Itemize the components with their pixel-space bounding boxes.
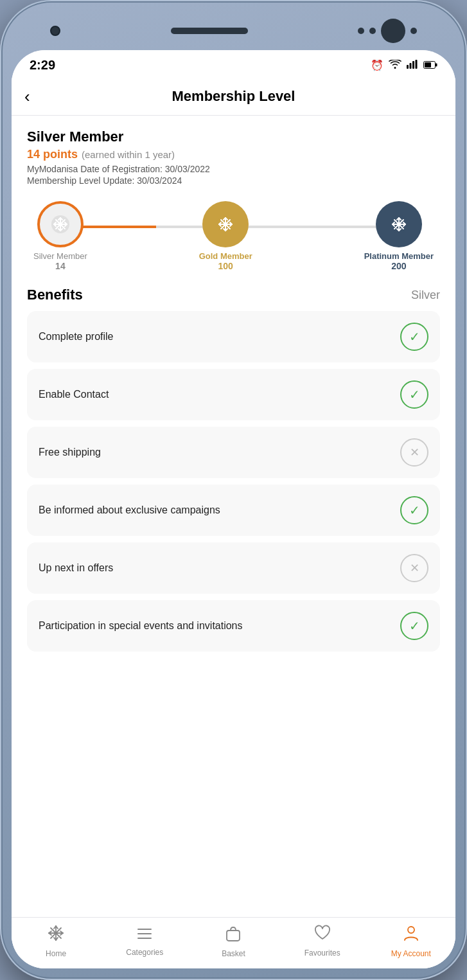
benefit-special-events: Participation in special events and invi… <box>27 600 440 652</box>
benefits-title: Benefits <box>27 287 83 303</box>
wifi-icon <box>389 60 401 71</box>
my-account-icon <box>403 924 419 947</box>
svg-rect-65 <box>227 931 240 941</box>
favourites-icon <box>313 925 331 946</box>
status-bar: 2:29 ⏰ <box>12 50 455 78</box>
benefits-level: Silver <box>411 289 440 302</box>
nav-item-basket[interactable]: Basket <box>211 924 256 958</box>
tier-name-platinum: Platinum Member <box>364 251 434 261</box>
registration-date: MyModanisa Date of Registration: 30/03/2… <box>27 164 440 174</box>
svg-point-20 <box>58 222 62 226</box>
nav-label-favourites: Favourites <box>304 949 340 958</box>
tier-circle-platinum <box>376 201 422 247</box>
member-name: Silver Member <box>27 129 440 145</box>
nav-item-favourites[interactable]: Favourites <box>300 925 345 958</box>
snowflake-silver <box>49 213 72 236</box>
phone-screen: 2:29 ⏰ <box>12 50 455 968</box>
x-icon-3: ✕ <box>410 445 419 459</box>
back-button[interactable]: ‹ <box>24 88 30 105</box>
points-row: 14 points (earned within 1 year) <box>27 148 440 161</box>
points-note: (earned within 1 year) <box>82 149 175 160</box>
benefit-check-5: ✕ <box>400 554 428 582</box>
svg-rect-6 <box>436 63 437 66</box>
benefit-check-3: ✕ <box>400 438 428 467</box>
camera-main <box>381 19 405 43</box>
benefit-text-2: Enable Contact <box>39 388 392 402</box>
tier-gold: Gold Member 100 <box>199 201 252 271</box>
tier-points-platinum: 200 <box>391 261 406 271</box>
svg-rect-5 <box>425 62 431 67</box>
tier-circle-gold <box>202 201 249 247</box>
svg-point-34 <box>224 222 227 226</box>
nav-label-basket: Basket <box>222 949 245 958</box>
benefit-free-shipping: Free shipping ✕ <box>27 427 440 478</box>
alarm-icon: ⏰ <box>371 59 383 71</box>
categories-icon <box>136 925 154 945</box>
sensors <box>358 19 417 43</box>
svg-point-66 <box>408 927 414 933</box>
benefit-text-4: Be informed about exclusive campaigns <box>39 503 392 517</box>
svg-rect-1 <box>410 63 412 69</box>
nav-item-categories[interactable]: Categories <box>122 925 167 957</box>
svg-rect-2 <box>412 61 414 69</box>
speaker <box>171 28 248 34</box>
sensor-dot-3 <box>410 28 417 34</box>
sensor-dot-1 <box>358 28 364 34</box>
basket-icon <box>225 924 242 947</box>
main-content: Silver Member 14 points (earned within 1… <box>12 116 455 917</box>
checkmark-icon-4: ✓ <box>409 503 420 518</box>
membership-track-container: Silver Member 14 <box>27 201 440 271</box>
tier-name-gold: Gold Member <box>199 251 252 261</box>
nav-label-categories: Categories <box>126 948 163 957</box>
tier-name-silver: Silver Member <box>33 251 87 261</box>
benefit-check-4: ✓ <box>400 496 428 524</box>
svg-rect-3 <box>416 60 418 69</box>
membership-track: Silver Member 14 <box>27 201 440 271</box>
benefit-text-3: Free shipping <box>39 445 392 459</box>
checkmark-icon-6: ✓ <box>409 618 420 634</box>
sensor-dot-2 <box>369 28 376 34</box>
svg-rect-0 <box>407 65 409 69</box>
nav-label-my-account: My Account <box>391 949 431 958</box>
svg-point-48 <box>397 222 401 226</box>
page-title: Membership Level <box>172 88 295 105</box>
nav-item-my-account[interactable]: My Account <box>389 924 434 958</box>
benefit-check-1: ✓ <box>400 323 428 351</box>
tier-points-gold: 100 <box>218 261 233 271</box>
benefit-enable-contact: Enable Contact ✓ <box>27 369 440 420</box>
home-icon <box>47 924 65 947</box>
benefit-check-2: ✓ <box>400 380 428 409</box>
benefits-header: Benefits Silver <box>27 287 440 303</box>
update-date: Membership Level Update: 30/03/2024 <box>27 175 440 186</box>
benefit-campaigns: Be informed about exclusive campaigns ✓ <box>27 485 440 536</box>
page-header: ‹ Membership Level <box>12 78 455 116</box>
benefit-text-6: Participation in special events and invi… <box>39 619 392 633</box>
tier-silver: Silver Member 14 <box>33 201 87 271</box>
x-icon-5: ✕ <box>410 561 419 575</box>
benefit-up-next: Up next in offers ✕ <box>27 542 440 594</box>
snowflake-platinum <box>387 213 410 236</box>
battery-icon <box>423 60 437 71</box>
checkmark-icon-2: ✓ <box>409 387 420 402</box>
points-value: 14 points <box>27 148 78 161</box>
nav-label-home: Home <box>46 949 66 958</box>
nav-item-home[interactable]: Home <box>33 924 78 958</box>
checkmark-icon-1: ✓ <box>409 329 420 344</box>
tier-circle-silver <box>37 201 84 247</box>
benefit-complete-profile: Complete profile ✓ <box>27 311 440 362</box>
status-icons: ⏰ <box>371 59 437 71</box>
phone-hardware-top <box>12 12 455 50</box>
signal-icon <box>407 60 418 71</box>
benefit-check-6: ✓ <box>400 612 428 640</box>
tier-platinum: Platinum Member 200 <box>364 201 434 271</box>
front-camera <box>50 26 60 36</box>
bottom-navigation: Home Categories <box>12 917 455 968</box>
benefit-text-1: Complete profile <box>39 330 392 344</box>
tier-points-silver: 14 <box>55 261 66 271</box>
screen-content: ‹ Membership Level Silver Member 14 poin… <box>12 78 455 968</box>
status-time: 2:29 <box>30 58 55 73</box>
snowflake-gold <box>214 213 237 236</box>
benefit-text-5: Up next in offers <box>39 561 392 575</box>
phone-frame: 2:29 ⏰ <box>0 0 467 980</box>
